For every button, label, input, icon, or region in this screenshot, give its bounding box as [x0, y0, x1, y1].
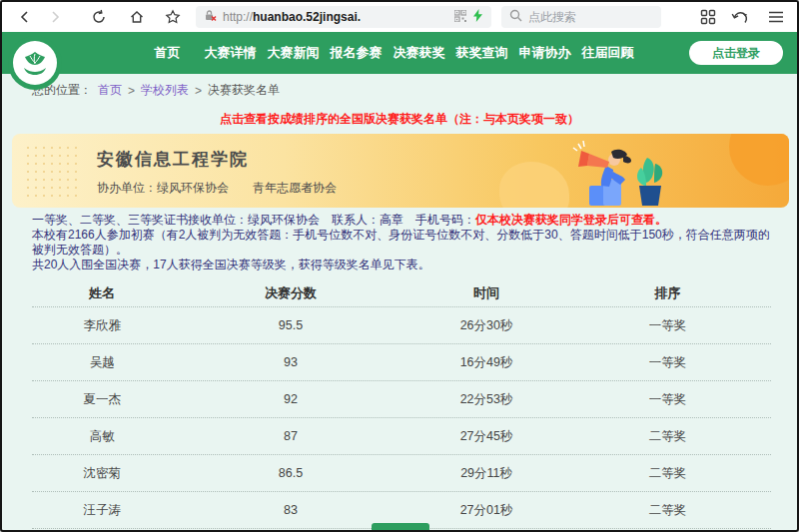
search-input[interactable]	[528, 10, 638, 24]
apps-grid-icon[interactable]	[693, 4, 723, 30]
table-row: 高敏 87 27分45秒 二等奖	[32, 418, 771, 455]
flash-icon[interactable]	[472, 8, 483, 26]
sun-decoration	[729, 134, 789, 186]
cell-name: 吴越	[32, 354, 173, 371]
cell-name: 高敏	[32, 428, 173, 445]
header-name: 姓名	[32, 284, 173, 302]
site-logo[interactable]	[8, 36, 62, 90]
nav-item-news[interactable]: 大赛新闻	[262, 44, 325, 62]
preliminary-stats: 本校有2166人参加初赛（有2人被判为无效答题：手机号位数不对、身份证号位数不对…	[32, 228, 770, 257]
header-score: 决赛分数	[173, 284, 409, 302]
forward-icon[interactable]	[40, 4, 70, 30]
breadcrumb-link-schools[interactable]: 学校列表	[141, 82, 189, 99]
cell-score: 86.5	[173, 466, 409, 480]
cell-rank: 一等奖	[564, 391, 771, 408]
browser-toolbar: http://huanbao.52jingsai.	[2, 2, 797, 32]
cell-time: 27分01秒	[408, 502, 563, 519]
bookmark-star-icon[interactable]	[158, 4, 188, 30]
insecure-lock-icon[interactable]	[204, 8, 217, 26]
undo-icon[interactable]	[723, 4, 761, 30]
breadcrumb: 您的位置： 首页 > 学校列表 > 决赛获奖名单	[32, 82, 280, 99]
school-banner: 安徽信息工程学院 协办单位：绿风环保协会 青年志愿者协会	[12, 134, 789, 208]
cell-rank: 二等奖	[564, 502, 771, 519]
nav-item-home[interactable]: 首页	[136, 44, 199, 62]
search-bar	[501, 6, 661, 28]
leaf-logo-icon	[13, 41, 57, 85]
final-stats: 共20人入围全国决赛，17人获得全国决赛等级奖，获得等级奖名单见下表。	[32, 258, 430, 271]
awards-table: 姓名 决赛分数 时间 排序 李欣雅 95.5 26分30秒 一等奖 吴越 93 …	[32, 279, 771, 529]
nav-item-final-awards[interactable]: 决赛获奖	[388, 44, 450, 62]
menu-icon[interactable]	[761, 4, 791, 30]
back-icon[interactable]	[10, 4, 40, 30]
nav-item-signup[interactable]: 报名参赛	[325, 44, 388, 62]
cell-time: 22分53秒	[408, 391, 563, 408]
certificate-info: 一等奖、二等奖、三等奖证书接收单位：绿风环保协会 联系人：高章 手机号码：	[32, 213, 475, 227]
dot-pattern-decoration	[24, 144, 79, 198]
qr-code-icon[interactable]	[454, 8, 466, 26]
header-time: 时间	[408, 284, 563, 302]
cell-rank: 二等奖	[564, 428, 771, 445]
header-rank: 排序	[564, 284, 771, 302]
search-icon	[509, 8, 522, 26]
cell-name: 汪子涛	[32, 502, 173, 519]
nav-item-apply[interactable]: 申请协办	[513, 44, 576, 62]
url-text[interactable]: http://huanbao.52jingsai.	[223, 10, 448, 24]
breadcrumb-current: 决赛获奖名单	[208, 82, 280, 99]
cell-rank: 一等奖	[564, 317, 771, 334]
table-row: 沈密菊 86.5 29分11秒 二等奖	[32, 455, 771, 492]
nav-item-details[interactable]: 大赛详情	[199, 44, 262, 62]
phone-hidden-note: 仅本校决赛获奖同学登录后可查看。	[475, 213, 667, 227]
url-bar[interactable]: http://huanbao.52jingsai.	[196, 6, 491, 28]
reload-icon[interactable]	[84, 4, 114, 30]
breadcrumb-separator: >	[128, 84, 135, 98]
table-row: 吴越 93 16分49秒 一等奖	[32, 344, 771, 381]
nav-item-award-query[interactable]: 获奖查询	[450, 44, 513, 62]
cell-score: 83	[173, 503, 409, 517]
cell-score: 87	[173, 429, 409, 443]
browser-window: http://huanbao.52jingsai.	[0, 0, 799, 532]
cell-score: 93	[173, 355, 409, 369]
cell-time: 16分49秒	[408, 354, 563, 371]
breadcrumb-link-home[interactable]: 首页	[98, 82, 122, 99]
cell-score: 92	[173, 392, 409, 406]
login-button[interactable]: 点击登录	[689, 41, 783, 65]
megaphone-person-illustration	[551, 138, 681, 208]
nav-item-past[interactable]: 往届回顾	[576, 44, 639, 62]
url-host: huanbao.52jingsai.	[253, 10, 361, 24]
main-navbar: 首页 大赛详情 大赛新闻 报名参赛 决赛获奖 获奖查询 申请协办 往届回顾 点击…	[2, 32, 797, 74]
table-header-row: 姓名 决赛分数 时间 排序	[32, 279, 771, 307]
cell-time: 26分30秒	[408, 317, 563, 334]
cell-time: 27分45秒	[408, 428, 563, 445]
co-organizers: 协办单位：绿风环保协会 青年志愿者协会	[97, 180, 337, 197]
cell-rank: 一等奖	[564, 354, 771, 371]
table-row: 李欣雅 95.5 26分30秒 一等奖	[32, 307, 771, 344]
school-name: 安徽信息工程学院	[97, 148, 249, 171]
cell-rank: 二等奖	[564, 465, 771, 482]
toolbar-right-icons	[693, 4, 791, 30]
cell-name: 夏一杰	[32, 391, 173, 408]
cell-score: 95.5	[173, 318, 409, 332]
home-icon[interactable]	[122, 4, 152, 30]
national-ranking-link[interactable]: 点击查看按成绩排序的全国版决赛获奖名单（注：与本页奖项一致）	[2, 111, 797, 128]
nav-items: 首页 大赛详情 大赛新闻 报名参赛 决赛获奖 获奖查询 申请协办 往届回顾	[136, 32, 639, 74]
url-scheme: http://	[223, 10, 253, 24]
partially-visible-button[interactable]	[372, 523, 429, 530]
table-row: 夏一杰 92 22分53秒 一等奖	[32, 381, 771, 418]
cell-time: 29分11秒	[408, 465, 563, 482]
cell-name: 李欣雅	[32, 317, 173, 334]
cell-name: 沈密菊	[32, 465, 173, 482]
info-paragraph: 一等奖、二等奖、三等奖证书接收单位：绿风环保协会 联系人：高章 手机号码：仅本校…	[32, 213, 779, 272]
breadcrumb-separator: >	[195, 84, 202, 98]
